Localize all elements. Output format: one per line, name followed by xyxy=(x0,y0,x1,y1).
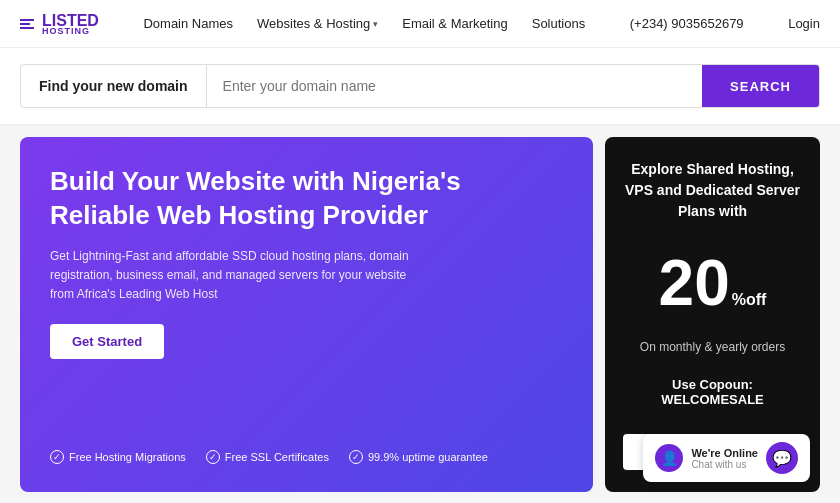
chat-widget[interactable]: 👤 We're Online Chat with us 💬 xyxy=(643,434,810,482)
chat-text: We're Online Chat with us xyxy=(691,447,758,470)
search-bar: Find your new domain SEARCH xyxy=(20,64,820,108)
main-content: Build Your Website with Nigeria's Reliab… xyxy=(0,125,840,503)
check-icon: ✓ xyxy=(206,450,220,464)
promo-sub: On monthly & yearly orders xyxy=(640,340,785,354)
search-button[interactable]: SEARCH xyxy=(702,65,819,107)
search-label: Find your new domain xyxy=(21,65,207,107)
nav-email-marketing[interactable]: Email & Marketing xyxy=(402,16,507,31)
hero-title: Build Your Website with Nigeria's Reliab… xyxy=(50,165,563,233)
hero-badges: ✓ Free Hosting Migrations ✓ Free SSL Cer… xyxy=(50,450,563,464)
promo-coupon: Use Copoun: WELCOMESALE xyxy=(623,377,802,407)
chat-online: We're Online xyxy=(691,447,758,459)
domain-search-input[interactable] xyxy=(207,65,703,107)
nav-login[interactable]: Login xyxy=(788,16,820,31)
nav-phone: (+234) 9035652679 xyxy=(630,16,744,31)
nav-solutions[interactable]: Solutions xyxy=(532,16,585,31)
check-icon: ✓ xyxy=(50,450,64,464)
badge-ssl: ✓ Free SSL Certificates xyxy=(206,450,329,464)
get-started-button[interactable]: Get Started xyxy=(50,324,164,359)
chat-avatar: 👤 xyxy=(655,444,683,472)
promo-title: Explore Shared Hosting, VPS and Dedicate… xyxy=(623,159,802,222)
nav-domain-names[interactable]: Domain Names xyxy=(143,16,233,31)
discount-suffix: %off xyxy=(732,291,767,309)
chat-sub: Chat with us xyxy=(691,459,758,470)
hero-description: Get Lightning-Fast and affordable SSD cl… xyxy=(50,247,430,305)
badge-migrations: ✓ Free Hosting Migrations xyxy=(50,450,186,464)
logo-icon xyxy=(20,19,34,29)
badge-uptime: ✓ 99.9% uptime guarantee xyxy=(349,450,488,464)
nav-menu: Domain Names Websites & Hosting ▾ Email … xyxy=(143,16,585,31)
check-icon: ✓ xyxy=(349,450,363,464)
chat-bubble-icon[interactable]: 💬 xyxy=(766,442,798,474)
promo-discount: 20 %off xyxy=(659,251,767,315)
hero-section: Build Your Website with Nigeria's Reliab… xyxy=(20,137,593,492)
logo[interactable]: LISTED HOSTING xyxy=(20,12,99,36)
navbar: LISTED HOSTING Domain Names Websites & H… xyxy=(0,0,840,48)
search-section: Find your new domain SEARCH xyxy=(0,48,840,125)
promo-section: Explore Shared Hosting, VPS and Dedicate… xyxy=(605,137,820,492)
discount-number: 20 xyxy=(659,251,730,315)
logo-hosting: HOSTING xyxy=(42,26,99,36)
nav-websites-hosting[interactable]: Websites & Hosting ▾ xyxy=(257,16,378,31)
